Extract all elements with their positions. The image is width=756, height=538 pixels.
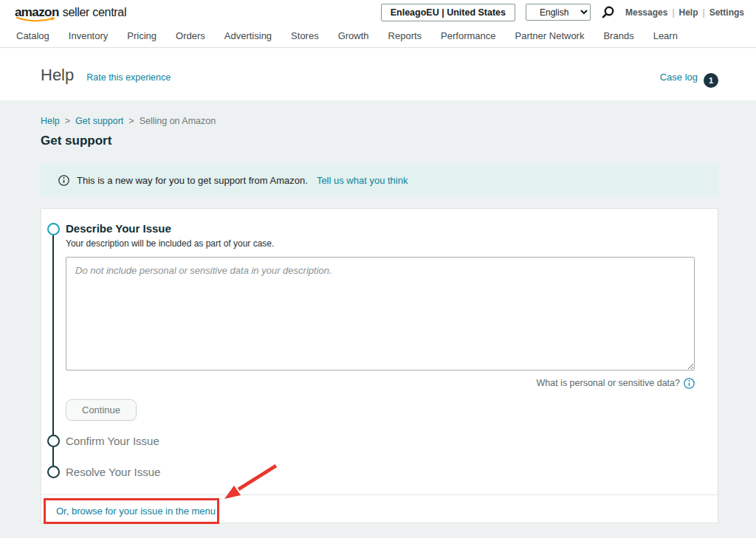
nav-item-orders[interactable]: Orders (176, 30, 205, 41)
breadcrumb-get-support[interactable]: Get support (75, 116, 123, 126)
browse-menu-row: Or, browse for your issue in the menu (41, 495, 718, 525)
seller-central-logo[interactable]: amazon seller central (15, 5, 126, 20)
step-2-indicator (47, 435, 60, 447)
divider: | (703, 7, 705, 18)
step-3-indicator (47, 466, 60, 478)
step-1-description: Your description will be included as par… (66, 238, 695, 249)
main-navigation: Catalog Inventory Pricing Orders Adverti… (0, 24, 756, 48)
search-button[interactable] (601, 5, 615, 19)
search-icon (601, 5, 615, 19)
step-1-content: Describe Your Issue Your description wil… (66, 222, 695, 479)
page-content: Help > Get support > Selling on Amazon G… (0, 100, 756, 523)
nav-item-reports[interactable]: Reports (388, 30, 422, 41)
breadcrumb-selling-on-amazon: Selling on Amazon (140, 116, 216, 126)
step-3-title: Resolve Your Issue (66, 466, 695, 479)
step-1-indicator (47, 223, 60, 235)
continue-button[interactable]: Continue (66, 399, 137, 421)
case-log-group: Case log 1 (660, 70, 718, 85)
step-2-title: Confirm Your Issue (66, 435, 695, 448)
nav-item-growth[interactable]: Growth (338, 30, 369, 41)
nav-item-catalog[interactable]: Catalog (16, 30, 49, 41)
page-title: Get support (41, 134, 718, 148)
settings-link[interactable]: Settings (709, 7, 744, 18)
messages-link[interactable]: Messages (625, 7, 667, 18)
divider: | (672, 7, 674, 18)
seller-central-wordmark: seller central (63, 6, 127, 19)
browse-issue-menu-link[interactable]: Or, browse for your issue in the menu (56, 506, 216, 517)
support-wizard-card: Describe Your Issue Your description wil… (41, 208, 718, 523)
banner-text: This is a new way for you to get support… (77, 175, 308, 186)
nav-item-pricing[interactable]: Pricing (127, 30, 157, 41)
help-header: Help Rate this experience Case log 1 (0, 48, 756, 100)
sensitive-data-helper: What is personal or sensitive data? (66, 377, 695, 389)
breadcrumb-help[interactable]: Help (41, 116, 60, 126)
helper-text: What is personal or sensitive data? (536, 378, 680, 388)
step-1-title: Describe Your Issue (66, 222, 695, 235)
banner-feedback-link[interactable]: Tell us what you think (317, 175, 408, 186)
language-select[interactable]: English (526, 4, 591, 21)
help-title: Help (41, 66, 74, 85)
breadcrumb-separator: > (65, 116, 70, 126)
nav-item-partner-network[interactable]: Partner Network (515, 30, 585, 41)
nav-item-brands[interactable]: Brands (603, 30, 633, 41)
issue-description-input[interactable] (66, 257, 695, 370)
topbar-right-group: EnleagoEU | United States English Messag… (381, 4, 744, 21)
top-bar: amazon seller central EnleagoEU | United… (0, 0, 756, 24)
help-link[interactable]: Help (679, 7, 698, 18)
case-log-link[interactable]: Case log (660, 72, 698, 83)
nav-item-inventory[interactable]: Inventory (69, 30, 108, 41)
nav-item-advertising[interactable]: Advertising (224, 30, 272, 41)
info-banner: This is a new way for you to get support… (41, 165, 718, 196)
amazon-smile-icon (16, 17, 58, 23)
nav-item-stores[interactable]: Stores (291, 30, 319, 41)
breadcrumb: Help > Get support > Selling on Amazon (41, 116, 718, 126)
case-log-count-badge[interactable]: 1 (704, 73, 718, 88)
topbar-utility-links: Messages | Help | Settings (625, 7, 744, 18)
rate-experience-link[interactable]: Rate this experience (86, 72, 171, 83)
nav-item-performance[interactable]: Performance (441, 30, 495, 41)
nav-item-learn[interactable]: Learn (653, 30, 678, 41)
breadcrumb-separator: > (128, 116, 134, 126)
annotation-highlight-box: Or, browse for your issue in the menu (44, 498, 219, 524)
info-icon[interactable] (684, 378, 695, 389)
account-marketplace-switcher[interactable]: EnleagoEU | United States (381, 4, 515, 21)
info-icon (58, 175, 69, 186)
